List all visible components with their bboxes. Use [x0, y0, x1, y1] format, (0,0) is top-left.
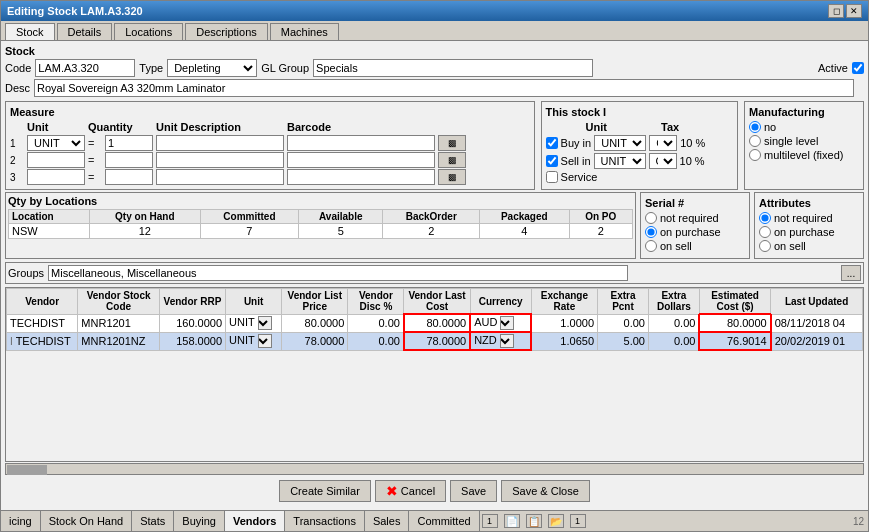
row2-qty[interactable] — [105, 152, 153, 168]
save-button[interactable]: Save — [450, 480, 497, 502]
tab-details[interactable]: Details — [57, 23, 113, 40]
qty-hand-header: Qty on Hand — [90, 210, 201, 224]
restore-button[interactable]: ◻ — [828, 4, 844, 18]
v-header-extra-pcnt: Extra Pcnt — [598, 289, 649, 315]
code-input[interactable] — [35, 59, 135, 77]
v-header-vendor: Vendor — [7, 289, 78, 315]
page-icon-2[interactable]: 1 — [570, 514, 586, 528]
attr-not-req-row: not required — [759, 212, 859, 224]
middle-section: Measure Unit Quantity Unit Description B… — [5, 101, 864, 190]
v1-currency-select[interactable] — [500, 316, 514, 330]
sell-in-tax-select[interactable]: G — [649, 153, 677, 169]
service-label: Service — [561, 171, 598, 183]
sell-in-checkbox[interactable] — [546, 155, 558, 167]
icon-btn-3[interactable]: 📂 — [548, 514, 564, 528]
serial-on-sell-radio[interactable] — [645, 240, 657, 252]
row3-unit[interactable] — [27, 169, 85, 185]
row-count: 12 — [853, 516, 868, 527]
icon-btn-2[interactable]: 📋 — [526, 514, 542, 528]
row3-barcode-btn[interactable]: ▩ — [438, 169, 466, 185]
serial-title: Serial # — [645, 197, 745, 209]
col-qty-h: Quantity — [88, 121, 104, 133]
buy-in-unit-select[interactable]: UNIT — [594, 135, 646, 151]
vendors-table: Vendor Vendor Stock Code Vendor RRP Unit… — [6, 288, 863, 351]
attr-on-purchase-radio[interactable] — [759, 226, 771, 238]
row1-qty[interactable] — [105, 135, 153, 151]
row2-barcode[interactable] — [287, 152, 435, 168]
tab-stock[interactable]: Stock — [5, 23, 55, 40]
bottom-tab-stock-on-hand[interactable]: Stock On Hand — [41, 511, 133, 531]
gl-input[interactable] — [313, 59, 593, 77]
v-header-unit: Unit — [226, 289, 282, 315]
row2-desc[interactable] — [156, 152, 284, 168]
row1-barcode[interactable] — [287, 135, 435, 151]
sell-in-unit-select[interactable]: UNIT — [594, 153, 646, 169]
row1-unit-select[interactable]: UNIT — [27, 135, 85, 151]
mfg-single-radio[interactable] — [749, 135, 761, 147]
tax-col-header: Tax — [661, 121, 691, 133]
attr-on-sell-radio[interactable] — [759, 240, 771, 252]
sell-in-pct: 10 % — [680, 155, 705, 167]
v-header-last-cost: Vendor Last Cost — [404, 289, 470, 315]
bottom-tab-icing[interactable]: icing — [1, 511, 41, 531]
row1-barcode-btn[interactable]: ▩ — [438, 135, 466, 151]
vendor-table-wrapper[interactable]: Vendor Vendor Stock Code Vendor RRP Unit… — [6, 288, 863, 461]
mfg-no-row: no — [749, 121, 859, 133]
groups-input[interactable] — [48, 265, 628, 281]
horizontal-scrollbar[interactable] — [5, 463, 864, 475]
serial-not-req-radio[interactable] — [645, 212, 657, 224]
type-select[interactable]: Depleting — [167, 59, 257, 77]
bottom-tab-buying[interactable]: Buying — [174, 511, 225, 531]
row3-desc[interactable] — [156, 169, 284, 185]
qty-row-nsw: NSW 12 7 5 2 4 2 — [9, 224, 633, 239]
gl-label: GL Group — [261, 62, 309, 74]
attr-on-purchase-label: on purchase — [774, 226, 835, 238]
buy-in-tax-select[interactable]: G — [649, 135, 677, 151]
v2-est-cost: 76.9014 — [699, 332, 770, 350]
unit-col-header: Unit — [586, 121, 607, 133]
v2-unit-select[interactable] — [258, 334, 272, 348]
v1-unit-select[interactable] — [258, 316, 272, 330]
vendor-row-1[interactable]: TECHDIST MNR1201 160.0000 UNIT 80.0000 0… — [7, 314, 863, 332]
bottom-tab-sales[interactable]: Sales — [365, 511, 410, 531]
attr-not-req-radio[interactable] — [759, 212, 771, 224]
v2-code: MNR1201NZ — [78, 332, 160, 350]
cancel-button[interactable]: ✖ Cancel — [375, 480, 446, 502]
mfg-multi-radio[interactable] — [749, 149, 761, 161]
mfg-no-radio[interactable] — [749, 121, 761, 133]
page-icon-1[interactable]: 1 — [482, 514, 498, 528]
committed-header: Committed — [200, 210, 299, 224]
icon-btn-1[interactable]: 📄 — [504, 514, 520, 528]
serial-on-purchase-radio[interactable] — [645, 226, 657, 238]
save-close-button[interactable]: Save & Close — [501, 480, 590, 502]
tab-machines[interactable]: Machines — [270, 23, 339, 40]
packaged-header: Packaged — [480, 210, 569, 224]
bottom-tab-stats[interactable]: Stats — [132, 511, 174, 531]
mfg-no-label: no — [764, 121, 776, 133]
create-similar-button[interactable]: Create Similar — [279, 480, 371, 502]
row3-barcode[interactable] — [287, 169, 435, 185]
close-button[interactable]: ✕ — [846, 4, 862, 18]
attr-not-req-label: not required — [774, 212, 833, 224]
bottom-tab-vendors[interactable]: Vendors — [225, 511, 285, 531]
row2-barcode-btn[interactable]: ▩ — [438, 152, 466, 168]
v2-extra-pcnt: 5.00 — [598, 332, 649, 350]
col-udesc-h: Unit Description — [156, 121, 286, 133]
bottom-tab-committed[interactable]: Committed — [409, 511, 479, 531]
desc-input[interactable] — [34, 79, 854, 97]
v-header-rrp: Vendor RRP — [159, 289, 225, 315]
v2-currency-select[interactable] — [500, 334, 514, 348]
tab-locations[interactable]: Locations — [114, 23, 183, 40]
tab-descriptions[interactable]: Descriptions — [185, 23, 268, 40]
service-checkbox[interactable] — [546, 171, 558, 183]
active-checkbox[interactable] — [852, 62, 864, 74]
vendor-row-2[interactable]: I TECHDIST MNR1201NZ 158.0000 UNIT 78.00… — [7, 332, 863, 350]
row1-desc[interactable] — [156, 135, 284, 151]
bottom-tab-transactions[interactable]: Transactions — [285, 511, 365, 531]
buy-in-checkbox[interactable] — [546, 137, 558, 149]
v-header-extra-dollars: Extra Dollars — [648, 289, 699, 315]
row2-unit[interactable] — [27, 152, 85, 168]
measure-title: Measure — [10, 106, 530, 118]
groups-ellipsis-btn[interactable]: ... — [841, 265, 861, 281]
row3-qty[interactable] — [105, 169, 153, 185]
